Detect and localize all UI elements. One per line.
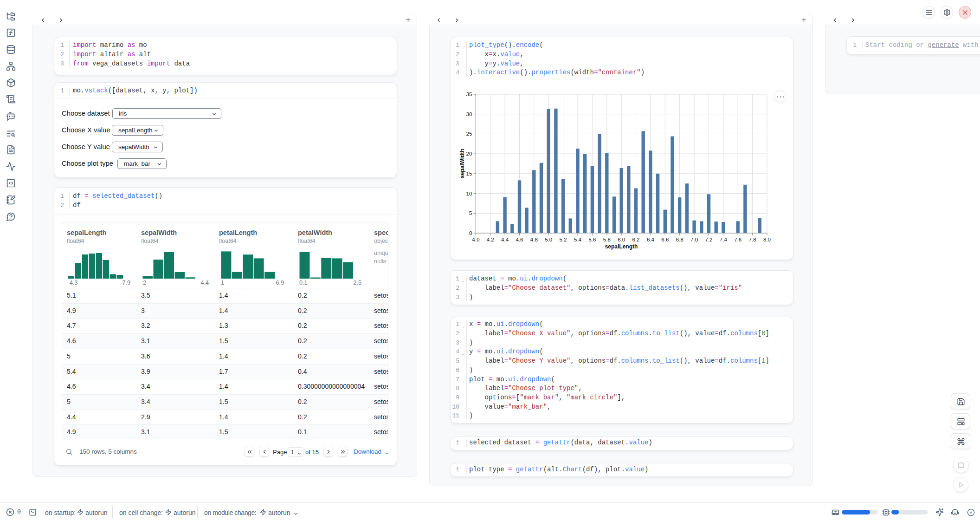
svg-text:sepalWidth: sepalWidth (459, 149, 465, 178)
svg-text:8.0: 8.0 (763, 237, 771, 242)
svg-text:5.8: 5.8 (603, 237, 611, 242)
svg-text:10: 10 (466, 191, 472, 196)
svg-text:6.4: 6.4 (647, 237, 655, 242)
svg-text:20: 20 (466, 151, 472, 156)
svg-text:7.4: 7.4 (720, 237, 728, 242)
svg-text:7.2: 7.2 (705, 237, 713, 242)
svg-text:5.4: 5.4 (574, 237, 582, 242)
svg-text:7.6: 7.6 (734, 237, 741, 242)
svg-text:30: 30 (466, 111, 472, 117)
svg-text:6.8: 6.8 (676, 237, 683, 242)
svg-text:5.0: 5.0 (545, 237, 552, 242)
svg-text:5: 5 (469, 210, 472, 216)
svg-text:6.6: 6.6 (661, 237, 669, 242)
svg-text:35: 35 (466, 91, 472, 97)
svg-text:0: 0 (469, 230, 472, 236)
svg-text:4.4: 4.4 (501, 237, 509, 242)
svg-text:5.2: 5.2 (560, 237, 567, 242)
svg-text:5.6: 5.6 (588, 237, 596, 242)
svg-text:15: 15 (466, 171, 472, 176)
svg-text:6.0: 6.0 (618, 237, 625, 242)
svg-text:4.2: 4.2 (487, 237, 494, 242)
svg-text:6.2: 6.2 (632, 237, 640, 242)
svg-text:sepalLength: sepalLength (605, 243, 638, 250)
svg-text:7.0: 7.0 (690, 237, 698, 242)
svg-text:25: 25 (466, 131, 472, 137)
svg-text:4.6: 4.6 (516, 237, 523, 242)
svg-text:4.8: 4.8 (530, 237, 538, 242)
svg-text:7.8: 7.8 (749, 237, 756, 242)
svg-text:4.0: 4.0 (472, 237, 479, 242)
